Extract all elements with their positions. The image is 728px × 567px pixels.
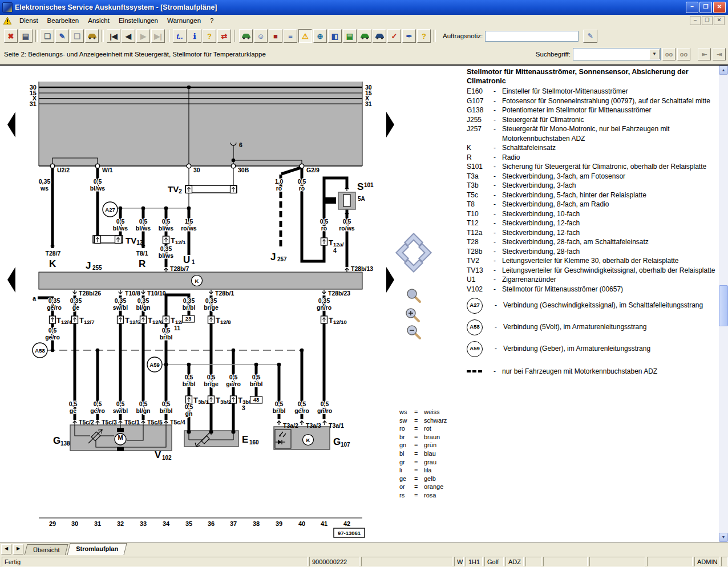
toolbar-documents-button[interactable]: ≡ xyxy=(284,29,297,43)
diagram-label: br/ge xyxy=(204,304,219,311)
diagram-label: 97-13061 xyxy=(338,530,361,536)
mdi-restore-button[interactable]: ❐ xyxy=(702,16,713,25)
menu-?[interactable]: ? xyxy=(205,16,218,25)
auftragsnotiz-note-button[interactable]: ✎ xyxy=(583,30,597,43)
status-bar: Fertig9000000222W1H1GolfADZADMIN xyxy=(0,555,728,567)
component-code: G138 xyxy=(467,106,494,115)
scrollbar-thumb[interactable] xyxy=(719,285,728,326)
toolbar-checklist-button[interactable]: ✓ xyxy=(387,29,401,43)
toolbar-window-split-button[interactable]: ◧ xyxy=(328,29,342,43)
diagram-label: T12/4 xyxy=(56,316,72,325)
menu-dienst[interactable]: Dienst xyxy=(15,16,43,25)
menu-ansicht[interactable]: Ansicht xyxy=(83,16,114,25)
connection-circle-symbol: A59 xyxy=(467,341,483,357)
separator-dash: - xyxy=(494,200,502,209)
diagram-label: 0,35 xyxy=(318,297,330,304)
suchbegriff-label: Suchbegriff: xyxy=(536,51,571,58)
close-button[interactable]: ✕ xyxy=(713,2,726,13)
separator-dash: - xyxy=(494,266,502,276)
menu-warnungen[interactable]: Warnungen xyxy=(163,16,205,25)
result-prev-button[interactable]: ⇤ xyxy=(698,48,711,60)
restore-button[interactable]: ❐ xyxy=(699,2,712,13)
zoom-out-icon[interactable] xyxy=(407,326,420,338)
pan-arrows[interactable] xyxy=(399,237,428,269)
diagram-label: V xyxy=(155,449,161,460)
toolbar-pricing-button[interactable]: ▤ xyxy=(343,29,357,43)
diagram-label: 0,5 xyxy=(94,400,102,407)
toolbar-abort-button[interactable]: ✖ xyxy=(4,29,18,43)
toolbar-service-pen-button[interactable]: ✒ xyxy=(402,29,416,43)
toolbar-doc-help-button[interactable]: ? xyxy=(417,29,431,43)
tab-scroll-right-icon[interactable]: ▶ xyxy=(13,544,23,554)
toolbar-customer-service-button[interactable]: ☺ xyxy=(254,29,268,43)
auftragsnotiz-input[interactable] xyxy=(485,31,579,42)
scroll-up-icon[interactable]: ▲ xyxy=(719,66,728,75)
toolbar-edit-form-button[interactable]: ✎ xyxy=(55,29,69,43)
diagram-label: T5c/1 xyxy=(124,419,140,426)
menu-bearbeiten[interactable]: Bearbeiten xyxy=(43,16,84,25)
mdi-minimize-button[interactable]: – xyxy=(690,16,701,25)
toolbar-separator xyxy=(168,30,170,42)
zoom-tool-icon[interactable] xyxy=(407,289,420,302)
diagram-label: T28b/13 xyxy=(351,265,373,272)
diagram-label: bl/ws xyxy=(113,225,128,232)
result-next-button[interactable]: ⇥ xyxy=(713,48,726,60)
vertical-scrollbar[interactable]: ▲ ▼ xyxy=(719,66,728,542)
toolbar-prev-page-button[interactable]: ◀ xyxy=(122,29,135,43)
component-code: T8 xyxy=(467,200,494,209)
diagram-label: G2/9 xyxy=(306,167,319,173)
diagram-label: 0,5 xyxy=(185,403,193,410)
toolbar-help-key-button[interactable]: ? xyxy=(203,29,216,43)
diagram-label: 0,35 xyxy=(137,297,149,304)
toolbar-warnings-button[interactable]: ⚠ xyxy=(298,29,312,43)
separator-dash: - xyxy=(494,96,502,106)
mdi-close-button[interactable]: ✕ xyxy=(714,16,725,25)
diagram-label: T3b/2 xyxy=(216,396,231,405)
wire-color-row: or=orange xyxy=(399,483,447,491)
wire-color-row: bl=blau xyxy=(399,449,447,458)
tab-übersicht[interactable]: Übersicht xyxy=(25,544,68,556)
legend-item: TV2-Leitungsverteiler für Klemme 30, obe… xyxy=(467,256,715,266)
search-down-button[interactable]: oo xyxy=(677,48,690,60)
diagram-label: 0,5 xyxy=(207,374,216,380)
toolbar-globe-button[interactable]: ⊕ xyxy=(313,29,327,43)
tab-scroll-left-icon[interactable]: ◀ xyxy=(1,544,11,554)
toolbar-new-document-button[interactable]: ❏ xyxy=(41,29,54,43)
toolbar-vehicle-data-car-icon[interactable] xyxy=(239,29,253,43)
legend-item: A27-Verbindung (Geschwindigkeitssignal),… xyxy=(467,295,715,315)
toolbar-new-form-button[interactable]: ❑ xyxy=(70,29,84,43)
diagram-label: 0,35 xyxy=(70,297,82,304)
separator-dash: - xyxy=(494,143,502,153)
toolbar-car-inspection-car-icon[interactable] xyxy=(373,29,386,43)
toolbar-first-page-button[interactable]: |◀ xyxy=(107,29,120,43)
toolbar-print-button[interactable]: ▤ xyxy=(19,29,33,43)
combobox-dropdown-icon[interactable]: ▼ xyxy=(649,49,660,59)
tab-stromlaufplan[interactable]: Stromlaufplan xyxy=(67,543,127,556)
toolbar-repair-manual-button[interactable]: ■ xyxy=(269,29,282,43)
minimize-button[interactable]: – xyxy=(686,2,698,13)
diagram-label: br/bl xyxy=(273,407,286,414)
dashed-wire-symbol xyxy=(467,367,494,372)
status-cell xyxy=(647,557,693,566)
separator-dash: - xyxy=(495,322,503,332)
toolbar-t-jump-button[interactable]: t.. xyxy=(173,29,187,43)
status-cell xyxy=(525,557,541,566)
suchbegriff-combobox[interactable]: ▼ xyxy=(573,48,661,60)
legend-items: E160-Einsteller für Stellmotor-Mittenaus… xyxy=(467,87,715,376)
search-up-button[interactable]: oo xyxy=(662,48,676,60)
toolbar-info-button[interactable]: ℹ xyxy=(188,29,201,43)
wiring-diagram: 3015X313015X31U2/2W/13030BG2/96a0,35ws0,… xyxy=(0,66,399,542)
toolbar-car-workshop-car-icon[interactable] xyxy=(358,29,371,43)
zoom-in-icon[interactable] xyxy=(406,309,419,321)
scroll-down-icon[interactable]: ▼ xyxy=(719,533,728,542)
menu-einstellungen[interactable]: Einstellungen xyxy=(114,16,163,25)
component-code: U1 xyxy=(467,275,494,285)
toolbar-swap-button[interactable]: ⇄ xyxy=(217,29,231,43)
toolbar-vehicle-select-car-icon[interactable] xyxy=(85,29,99,43)
diagram-label: ge xyxy=(72,304,79,311)
diagram-label: 0,5 xyxy=(275,400,284,407)
component-description: Sicherung für Steuergerät für Climatroni… xyxy=(502,162,715,172)
component-code: J257 xyxy=(467,124,494,134)
legend-item: -nur bei Fahrzeugen mit Motorkennbuchsta… xyxy=(467,367,715,376)
diagram-label: T3a/1 xyxy=(329,422,344,429)
